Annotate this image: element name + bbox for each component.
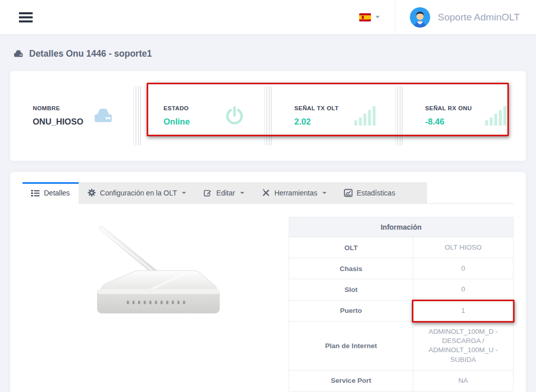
tab-label: Editar (216, 189, 235, 197)
row-serviceport-label: Service Port (289, 370, 413, 391)
stat-estado-label: ESTADO (164, 105, 190, 111)
row-slot-value: 0 (413, 279, 514, 300)
tab-detalles[interactable]: Detalles (22, 182, 79, 204)
row-puerto-value: 1 (413, 300, 514, 321)
row-chasis-value: 0 (413, 258, 514, 279)
signal-bars-icon (354, 105, 377, 127)
list-icon (31, 189, 40, 197)
caret-down-icon (182, 192, 186, 194)
row-slot-label: Slot (289, 279, 413, 300)
edit-icon (203, 188, 212, 197)
stat-rx-label: SEÑAL RX ONU (425, 105, 472, 111)
onu-router-image (87, 220, 225, 325)
info-table-header: Información (289, 217, 514, 237)
caret-down-icon (322, 192, 327, 194)
stat-estado-value: Online (164, 117, 190, 127)
row-chasis-label: Chasis (289, 258, 413, 279)
table-row: Chasis 0 (289, 258, 514, 279)
stat-estado: ESTADO Online (141, 71, 264, 161)
tab-estadisticas[interactable]: Estadísticas (335, 182, 404, 203)
hamburger-menu-icon[interactable] (19, 10, 33, 24)
stat-senal-rx-onu: SEÑAL RX ONU -8.46 (403, 71, 526, 161)
row-plan-label: Plan de Internet (289, 321, 413, 370)
table-row: Slot 0 (289, 279, 514, 300)
power-icon (223, 105, 246, 127)
gear-icon (87, 188, 96, 197)
onu-device-icon (13, 49, 24, 59)
tab-configuracion-olt[interactable]: Configuración en la OLT (79, 182, 195, 203)
onu-details-card: Detalles Configuración en la OLT (10, 172, 526, 392)
stat-tx-value: 2.02 (294, 117, 339, 127)
onu-status-card: NOMBRE ONU_HIOSO ESTADO Online SEÑAL (10, 71, 526, 161)
table-row: Plan de Internet ADMINOLT_100M_D - DESCA… (289, 321, 514, 370)
table-row: Service Port NA (289, 370, 514, 391)
tab-label: Configuración en la OLT (100, 189, 177, 197)
table-row: OLT OLT HIOSO (289, 237, 514, 258)
stat-nombre-label: NOMBRE (33, 105, 83, 111)
stat-nombre-value: ONU_HIOSO (33, 117, 83, 127)
page-title-text: Detalles Onu 1446 - soporte1 (29, 48, 152, 59)
row-olt-label: OLT (289, 237, 413, 258)
tab-label: Herramientas (274, 189, 317, 197)
stat-tx-label: SEÑAL TX OLT (294, 105, 339, 111)
tab-label: Estadísticas (357, 189, 395, 197)
onu-device-icon (91, 106, 115, 126)
tab-editar[interactable]: Editar (195, 182, 253, 203)
row-plan-value: ADMINOLT_100M_D - DESCARGA / ADMINOLT_10… (413, 321, 514, 370)
vertical-divider (264, 86, 272, 145)
language-dropdown[interactable] (344, 0, 395, 34)
user-menu[interactable]: Soporte AdminOLT (395, 0, 536, 34)
table-row: Puerto 1 (289, 300, 514, 321)
spain-flag-icon (359, 13, 371, 21)
vertical-divider (133, 86, 141, 145)
avatar (410, 7, 430, 28)
tab-herramientas[interactable]: Herramientas (253, 182, 335, 203)
detail-tabs: Detalles Configuración en la OLT (22, 182, 514, 204)
caret-down-icon (240, 192, 244, 194)
chart-icon (344, 189, 353, 197)
signal-bars-icon (484, 105, 507, 127)
stat-senal-tx-olt: SEÑAL TX OLT 2.02 (272, 71, 395, 161)
row-puerto-label: Puerto (289, 300, 413, 321)
stat-nombre: NOMBRE ONU_HIOSO (10, 71, 133, 161)
page-title: Detalles Onu 1446 - soporte1 (0, 35, 536, 59)
tab-label: Detalles (44, 189, 70, 197)
tab-strip-filler (404, 182, 427, 203)
row-olt-value: OLT HIOSO (413, 237, 514, 258)
caret-down-icon (376, 16, 380, 18)
tools-icon (262, 188, 270, 197)
user-name: Soporte AdminOLT (438, 12, 520, 23)
vertical-divider (395, 86, 403, 145)
row-serviceport-value: NA (413, 370, 514, 391)
onu-info-table: Información OLT OLT HIOSO Chasis 0 Slot … (289, 217, 514, 391)
stat-rx-value: -8.46 (425, 117, 472, 127)
puerto-value-text: 1 (461, 307, 465, 314)
top-navbar: Soporte AdminOLT (0, 0, 536, 35)
